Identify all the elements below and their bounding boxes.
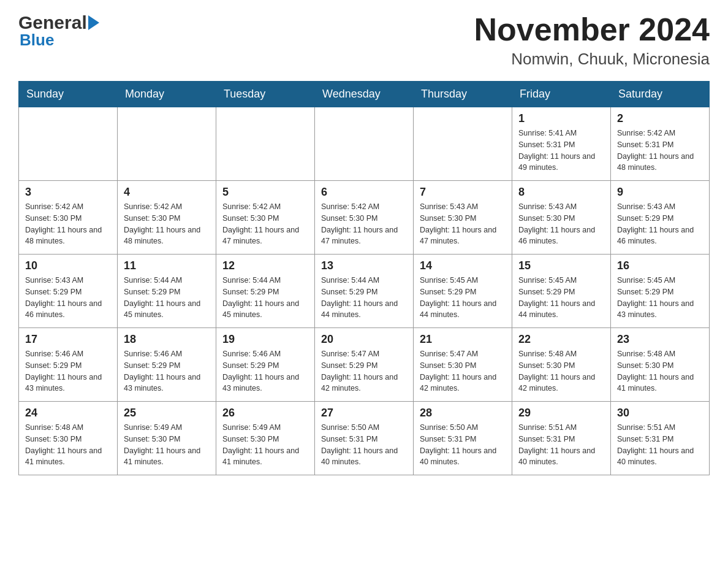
calendar-cell-w1-d4 xyxy=(315,107,414,181)
calendar-cell-w3-d3: 12 Sunrise: 5:44 AMSunset: 5:29 PMDaylig… xyxy=(216,255,315,328)
calendar-table: Sunday Monday Tuesday Wednesday Thursday… xyxy=(18,81,710,475)
day-number: 25 xyxy=(124,407,210,419)
logo: General Blue xyxy=(18,12,99,50)
page-header: General Blue November 2024 Nomwin, Chuuk… xyxy=(18,12,710,69)
sun-info: Sunrise: 5:50 AMSunset: 5:31 PMDaylight:… xyxy=(420,422,506,468)
week-row-5: 24 Sunrise: 5:48 AMSunset: 5:30 PMDaylig… xyxy=(19,402,710,475)
calendar-cell-w2-d6: 8 Sunrise: 5:43 AMSunset: 5:30 PMDayligh… xyxy=(512,181,611,255)
sun-info: Sunrise: 5:51 AMSunset: 5:31 PMDaylight:… xyxy=(617,422,703,468)
calendar-cell-w5-d6: 29 Sunrise: 5:51 AMSunset: 5:31 PMDaylig… xyxy=(512,402,611,475)
day-number: 24 xyxy=(25,407,111,419)
sun-info: Sunrise: 5:42 AMSunset: 5:30 PMDaylight:… xyxy=(222,201,308,247)
calendar-cell-w5-d3: 26 Sunrise: 5:49 AMSunset: 5:30 PMDaylig… xyxy=(216,402,315,475)
calendar-cell-w2-d5: 7 Sunrise: 5:43 AMSunset: 5:30 PMDayligh… xyxy=(414,181,512,255)
calendar-cell-w5-d1: 24 Sunrise: 5:48 AMSunset: 5:30 PMDaylig… xyxy=(19,402,118,475)
day-number: 5 xyxy=(222,186,308,199)
calendar-cell-w3-d7: 16 Sunrise: 5:45 AMSunset: 5:29 PMDaylig… xyxy=(611,255,710,328)
day-number: 7 xyxy=(420,186,506,199)
day-number: 28 xyxy=(420,407,506,419)
calendar-cell-w3-d6: 15 Sunrise: 5:45 AMSunset: 5:29 PMDaylig… xyxy=(512,255,611,328)
day-number: 27 xyxy=(321,407,407,419)
calendar-cell-w5-d5: 28 Sunrise: 5:50 AMSunset: 5:31 PMDaylig… xyxy=(414,402,512,475)
sun-info: Sunrise: 5:46 AMSunset: 5:29 PMDaylight:… xyxy=(25,348,111,394)
calendar-cell-w2-d1: 3 Sunrise: 5:42 AMSunset: 5:30 PMDayligh… xyxy=(19,181,118,255)
day-number: 21 xyxy=(420,333,506,346)
calendar-cell-w3-d4: 13 Sunrise: 5:44 AMSunset: 5:29 PMDaylig… xyxy=(315,255,414,328)
calendar-cell-w1-d1 xyxy=(19,107,118,181)
day-number: 12 xyxy=(222,259,308,272)
sun-info: Sunrise: 5:42 AMSunset: 5:30 PMDaylight:… xyxy=(25,201,111,247)
day-number: 20 xyxy=(321,333,407,346)
calendar-cell-w2-d7: 9 Sunrise: 5:43 AMSunset: 5:29 PMDayligh… xyxy=(611,181,710,255)
sun-info: Sunrise: 5:48 AMSunset: 5:30 PMDaylight:… xyxy=(25,422,111,468)
sun-info: Sunrise: 5:50 AMSunset: 5:31 PMDaylight:… xyxy=(321,422,407,468)
col-thursday: Thursday xyxy=(414,82,512,107)
logo-triangle-icon xyxy=(88,15,99,30)
sun-info: Sunrise: 5:41 AMSunset: 5:31 PMDaylight:… xyxy=(518,128,604,174)
sun-info: Sunrise: 5:44 AMSunset: 5:29 PMDaylight:… xyxy=(124,275,210,321)
day-number: 1 xyxy=(518,112,604,125)
day-number: 3 xyxy=(25,186,111,199)
day-number: 4 xyxy=(124,186,210,199)
sun-info: Sunrise: 5:46 AMSunset: 5:29 PMDaylight:… xyxy=(222,348,308,394)
calendar-cell-w5-d4: 27 Sunrise: 5:50 AMSunset: 5:31 PMDaylig… xyxy=(315,402,414,475)
calendar-cell-w1-d7: 2 Sunrise: 5:42 AMSunset: 5:31 PMDayligh… xyxy=(611,107,710,181)
sun-info: Sunrise: 5:42 AMSunset: 5:30 PMDaylight:… xyxy=(124,201,210,247)
day-number: 6 xyxy=(321,186,407,199)
day-number: 15 xyxy=(518,259,604,272)
sun-info: Sunrise: 5:45 AMSunset: 5:29 PMDaylight:… xyxy=(420,275,506,321)
day-number: 2 xyxy=(617,112,703,125)
week-row-1: 1 Sunrise: 5:41 AMSunset: 5:31 PMDayligh… xyxy=(19,107,710,181)
sun-info: Sunrise: 5:43 AMSunset: 5:30 PMDaylight:… xyxy=(420,201,506,247)
month-title: November 2024 xyxy=(474,12,710,47)
col-sunday: Sunday xyxy=(19,82,118,107)
col-wednesday: Wednesday xyxy=(315,82,414,107)
calendar-cell-w5-d2: 25 Sunrise: 5:49 AMSunset: 5:30 PMDaylig… xyxy=(118,402,216,475)
logo-blue-text: Blue xyxy=(20,31,99,50)
calendar-header-row: Sunday Monday Tuesday Wednesday Thursday… xyxy=(19,82,710,107)
day-number: 29 xyxy=(518,407,604,419)
col-monday: Monday xyxy=(118,82,216,107)
day-number: 13 xyxy=(321,259,407,272)
day-number: 30 xyxy=(617,407,703,419)
calendar-cell-w1-d6: 1 Sunrise: 5:41 AMSunset: 5:31 PMDayligh… xyxy=(512,107,611,181)
sun-info: Sunrise: 5:51 AMSunset: 5:31 PMDaylight:… xyxy=(518,422,604,468)
location-subtitle: Nomwin, Chuuk, Micronesia xyxy=(474,50,710,69)
calendar-cell-w3-d5: 14 Sunrise: 5:45 AMSunset: 5:29 PMDaylig… xyxy=(414,255,512,328)
sun-info: Sunrise: 5:46 AMSunset: 5:29 PMDaylight:… xyxy=(124,348,210,394)
calendar-title-block: November 2024 Nomwin, Chuuk, Micronesia xyxy=(474,12,710,69)
sun-info: Sunrise: 5:44 AMSunset: 5:29 PMDaylight:… xyxy=(222,275,308,321)
sun-info: Sunrise: 5:43 AMSunset: 5:30 PMDaylight:… xyxy=(518,201,604,247)
calendar-cell-w1-d3 xyxy=(216,107,315,181)
sun-info: Sunrise: 5:43 AMSunset: 5:29 PMDaylight:… xyxy=(617,201,703,247)
day-number: 19 xyxy=(222,333,308,346)
col-friday: Friday xyxy=(512,82,611,107)
day-number: 26 xyxy=(222,407,308,419)
sun-info: Sunrise: 5:49 AMSunset: 5:30 PMDaylight:… xyxy=(124,422,210,468)
day-number: 23 xyxy=(617,333,703,346)
sun-info: Sunrise: 5:47 AMSunset: 5:30 PMDaylight:… xyxy=(420,348,506,394)
calendar-cell-w4-d3: 19 Sunrise: 5:46 AMSunset: 5:29 PMDaylig… xyxy=(216,328,315,402)
calendar-cell-w4-d5: 21 Sunrise: 5:47 AMSunset: 5:30 PMDaylig… xyxy=(414,328,512,402)
day-number: 18 xyxy=(124,333,210,346)
calendar-cell-w3-d2: 11 Sunrise: 5:44 AMSunset: 5:29 PMDaylig… xyxy=(118,255,216,328)
calendar-cell-w5-d7: 30 Sunrise: 5:51 AMSunset: 5:31 PMDaylig… xyxy=(611,402,710,475)
sun-info: Sunrise: 5:44 AMSunset: 5:29 PMDaylight:… xyxy=(321,275,407,321)
calendar-cell-w3-d1: 10 Sunrise: 5:43 AMSunset: 5:29 PMDaylig… xyxy=(19,255,118,328)
calendar-cell-w2-d3: 5 Sunrise: 5:42 AMSunset: 5:30 PMDayligh… xyxy=(216,181,315,255)
sun-info: Sunrise: 5:42 AMSunset: 5:31 PMDaylight:… xyxy=(617,128,703,174)
sun-info: Sunrise: 5:42 AMSunset: 5:30 PMDaylight:… xyxy=(321,201,407,247)
calendar-cell-w4-d2: 18 Sunrise: 5:46 AMSunset: 5:29 PMDaylig… xyxy=(118,328,216,402)
sun-info: Sunrise: 5:48 AMSunset: 5:30 PMDaylight:… xyxy=(617,348,703,394)
day-number: 11 xyxy=(124,259,210,272)
day-number: 9 xyxy=(617,186,703,199)
sun-info: Sunrise: 5:49 AMSunset: 5:30 PMDaylight:… xyxy=(222,422,308,468)
calendar-cell-w4-d1: 17 Sunrise: 5:46 AMSunset: 5:29 PMDaylig… xyxy=(19,328,118,402)
day-number: 10 xyxy=(25,259,111,272)
col-saturday: Saturday xyxy=(611,82,710,107)
calendar-cell-w4-d4: 20 Sunrise: 5:47 AMSunset: 5:29 PMDaylig… xyxy=(315,328,414,402)
sun-info: Sunrise: 5:43 AMSunset: 5:29 PMDaylight:… xyxy=(25,275,111,321)
day-number: 8 xyxy=(518,186,604,199)
calendar-cell-w1-d5 xyxy=(414,107,512,181)
calendar-cell-w2-d4: 6 Sunrise: 5:42 AMSunset: 5:30 PMDayligh… xyxy=(315,181,414,255)
